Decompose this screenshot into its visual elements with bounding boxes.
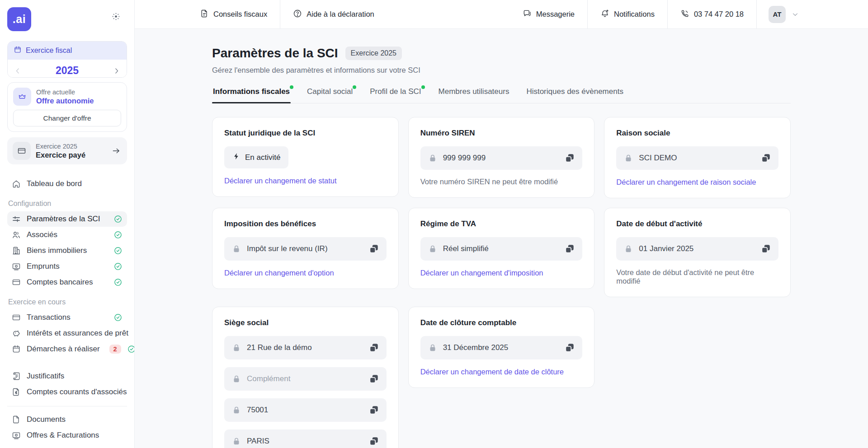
copy-icon[interactable]: [369, 374, 379, 384]
copy-icon[interactable]: [761, 244, 771, 254]
next-year-button[interactable]: [112, 66, 121, 75]
copy-icon[interactable]: [565, 153, 575, 163]
card-regime-tva: Régime de TVARéel simplifiéDéclarer un c…: [408, 208, 595, 289]
nav-group: DocumentsOffres & Facturations: [7, 406, 127, 443]
declare-change-link[interactable]: Déclarer un changement de statut: [224, 177, 337, 185]
check-circle-icon: [113, 313, 123, 322]
tab-label: Informations fiscales: [213, 87, 290, 96]
locked-field-siege-social-3[interactable]: PARIS: [224, 429, 387, 448]
sidebar-item-justificatifs[interactable]: Justificatifs: [7, 369, 127, 384]
check-circle-icon: [113, 246, 123, 255]
offer-name: Offre autonomie: [36, 97, 94, 105]
tab-historiques-des-evenements[interactable]: Historiques des évènements: [525, 87, 624, 103]
user-menu[interactable]: AT: [757, 0, 801, 28]
sliders-icon: [12, 215, 21, 224]
app-logo: .ai: [7, 7, 31, 31]
tab-profil-de-la-sci[interactable]: Profil de la SCI: [369, 87, 422, 103]
copy-icon[interactable]: [565, 244, 575, 254]
card-title: Numéro SIREN: [420, 129, 583, 138]
header-item-label: Conseils fiscaux: [213, 10, 267, 19]
copy-icon[interactable]: [369, 436, 379, 446]
sidebar-item-tableau-de-bord[interactable]: Tableau de bord: [7, 176, 127, 191]
building-icon: [12, 246, 21, 255]
exercise-card-label: Exercice 2025: [36, 143, 85, 150]
bolt-icon: [232, 152, 241, 163]
check-circle-icon: [113, 215, 123, 224]
locked-field-date-cloture-0[interactable]: 31 Décembre 2025: [420, 336, 583, 359]
nav-group: ConfigurationParamètres de la SCIAssocié…: [7, 200, 127, 290]
sidebar-item-label: Justificatifs: [27, 372, 64, 381]
tab-informations-fiscales[interactable]: Informations fiscales: [212, 87, 291, 103]
previous-year-button[interactable]: [13, 66, 22, 75]
sidebar-item-emprunts[interactable]: Emprunts: [7, 259, 127, 274]
locked-field-date-debut-activite-0[interactable]: 01 Janvier 2025: [616, 237, 778, 261]
copy-icon[interactable]: [761, 153, 771, 163]
lock-icon: [624, 244, 633, 253]
doc-icon: [200, 9, 209, 20]
field-value: SCI DEMO: [639, 154, 755, 163]
sidebar-item-comptes-courants-d-associes[interactable]: Comptes courants d'associés: [7, 384, 127, 400]
settings-cards-grid: Statut juridique de la SCIEn activitéDéc…: [212, 117, 791, 448]
tab-capital-social[interactable]: Capital social: [306, 87, 354, 103]
field-value: Complément: [247, 374, 363, 383]
loan-icon: [12, 262, 21, 271]
exercise-paid-card[interactable]: Exercice 2025 Exercice payé: [7, 137, 127, 164]
avatar[interactable]: AT: [769, 6, 786, 23]
sidebar: .ai Exercice fiscal 2025 Offre actuelle …: [0, 0, 135, 448]
card-title: Date de début d'activité: [616, 219, 778, 229]
nav-section-label: Configuration: [8, 200, 127, 208]
check-circle-icon: [127, 345, 135, 354]
declare-change-link[interactable]: Déclarer un changement de raison sociale: [616, 178, 756, 187]
locked-field-numero-siren-0[interactable]: 999 999 999: [420, 146, 583, 170]
card-icon: [12, 313, 21, 322]
copy-icon[interactable]: [369, 343, 379, 353]
copy-icon[interactable]: [565, 343, 575, 353]
header-item-aide-a-la-declaration[interactable]: Aide à la déclaration: [280, 0, 387, 28]
locked-field-imposition-benefices-0[interactable]: Impôt sur le revenu (IR): [224, 237, 387, 261]
sidebar-item-transactions[interactable]: Transactions: [7, 310, 127, 325]
header-item-messagerie[interactable]: Messagerie: [510, 0, 587, 28]
sidebar-item-label: Tableau de bord: [27, 179, 82, 188]
crown-icon: [13, 88, 31, 106]
tab-label: Membres utilisateurs: [439, 87, 509, 96]
copy-icon[interactable]: [369, 244, 379, 254]
lock-icon: [428, 154, 437, 163]
doc-euro-icon: [12, 387, 21, 397]
sidebar-item-documents[interactable]: Documents: [7, 412, 127, 427]
topbar: Conseils fiscauxAide à la déclaration Me…: [135, 0, 868, 29]
content-scroll[interactable]: Paramètres de la SCI Exercice 2025 Gérez…: [135, 29, 868, 448]
card-title: Siège social: [224, 318, 387, 327]
header-item-03-74-47-20-18[interactable]: 03 74 47 20 18: [668, 0, 756, 28]
tab-membres-utilisateurs[interactable]: Membres utilisateurs: [438, 87, 510, 103]
declare-change-link[interactable]: Déclarer un changement d'imposition: [420, 269, 543, 277]
locked-field-siege-social-1[interactable]: Complément: [224, 367, 387, 391]
phone-icon: [680, 9, 689, 20]
copy-icon[interactable]: [369, 405, 379, 415]
card-title: Régime de TVA: [420, 219, 583, 229]
change-offer-button[interactable]: Changer d'offre: [13, 110, 121, 126]
tabs: Informations fiscalesCapital socialProfi…: [212, 87, 791, 103]
declare-change-link[interactable]: Déclarer un changement d'option: [224, 269, 334, 277]
green-dot: [353, 85, 356, 89]
sidebar-item-parametres-de-la-sci[interactable]: Paramètres de la SCI: [7, 211, 127, 227]
sidebar-item-offres-facturations[interactable]: Offres & Facturations: [7, 428, 127, 443]
sidebar-item-comptes-bancaires[interactable]: Comptes bancaires: [7, 275, 127, 290]
header-item-conseils-fiscaux[interactable]: Conseils fiscaux: [187, 0, 280, 28]
sidebar-item-demarches-a-realiser[interactable]: Démarches à réaliser2: [7, 341, 127, 357]
locked-field-siege-social-0[interactable]: 21 Rue de la démo: [224, 336, 387, 359]
locked-field-raison-sociale-0[interactable]: SCI DEMO: [616, 146, 778, 170]
declare-change-link[interactable]: Déclarer un changement de date de clôtur…: [420, 368, 564, 376]
sidebar-item-biens-immobiliers[interactable]: Biens immobiliers: [7, 243, 127, 258]
count-badge: 2: [109, 345, 121, 354]
sidebar-item-interets-et-assurances-de-pret[interactable]: Intérêts et assurances de prêt: [7, 326, 127, 341]
locked-field-regime-tva-0[interactable]: Réel simplifié: [420, 237, 583, 261]
field-value: 21 Rue de la démo: [247, 343, 363, 352]
header-item-notifications[interactable]: Notifications: [588, 0, 667, 28]
check-circle-icon: [113, 278, 123, 287]
card-raison-sociale: Raison socialeSCI DEMODéclarer un change…: [604, 117, 791, 198]
receipt-icon: [12, 372, 21, 381]
theme-toggle-sun-icon[interactable]: [111, 12, 121, 23]
fiscal-year-row: 2025: [8, 60, 127, 78]
locked-field-siege-social-2[interactable]: 75001: [224, 398, 387, 422]
sidebar-item-associes[interactable]: Associés: [7, 227, 127, 243]
